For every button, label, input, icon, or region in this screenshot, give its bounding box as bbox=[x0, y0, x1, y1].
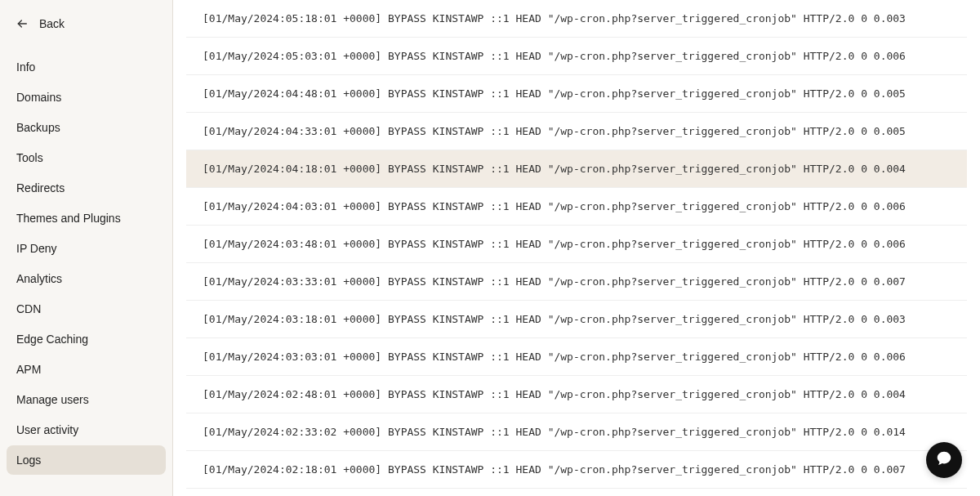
sidebar: Back InfoDomainsBackupsToolsRedirectsThe… bbox=[0, 0, 173, 496]
sidebar-item-domains[interactable]: Domains bbox=[7, 83, 166, 112]
log-row[interactable]: [01/May/2024:04:33:01 +0000] BYPASS KINS… bbox=[186, 113, 967, 150]
chat-widget-button[interactable] bbox=[926, 442, 962, 478]
log-row[interactable]: [01/May/2024:04:18:01 +0000] BYPASS KINS… bbox=[186, 150, 967, 188]
logs-panel: [01/May/2024:05:18:01 +0000] BYPASS KINS… bbox=[173, 0, 980, 496]
nav-list: InfoDomainsBackupsToolsRedirectsThemes a… bbox=[0, 46, 172, 481]
sidebar-item-manage-users[interactable]: Manage users bbox=[7, 385, 166, 414]
log-row[interactable]: [01/May/2024:03:03:01 +0000] BYPASS KINS… bbox=[186, 338, 967, 376]
sidebar-item-tools[interactable]: Tools bbox=[7, 143, 166, 172]
sidebar-item-cdn[interactable]: CDN bbox=[7, 294, 166, 324]
arrow-left-icon bbox=[15, 16, 29, 31]
chat-icon bbox=[935, 449, 953, 471]
sidebar-item-logs[interactable]: Logs bbox=[7, 445, 166, 475]
log-row[interactable]: [01/May/2024:05:18:01 +0000] BYPASS KINS… bbox=[186, 0, 967, 38]
log-row[interactable]: [01/May/2024:03:33:01 +0000] BYPASS KINS… bbox=[186, 263, 967, 301]
sidebar-item-apm[interactable]: APM bbox=[7, 355, 166, 384]
sidebar-item-info[interactable]: Info bbox=[7, 52, 166, 82]
sidebar-item-themes-and-plugins[interactable]: Themes and Plugins bbox=[7, 203, 166, 233]
sidebar-item-ip-deny[interactable]: IP Deny bbox=[7, 234, 166, 263]
log-row[interactable]: [01/May/2024:02:48:01 +0000] BYPASS KINS… bbox=[186, 376, 967, 413]
log-row[interactable]: [01/May/2024:05:03:01 +0000] BYPASS KINS… bbox=[186, 38, 967, 75]
log-row[interactable]: [01/May/2024:03:18:01 +0000] BYPASS KINS… bbox=[186, 301, 967, 338]
sidebar-item-redirects[interactable]: Redirects bbox=[7, 173, 166, 203]
back-button[interactable]: Back bbox=[0, 10, 172, 46]
sidebar-item-backups[interactable]: Backups bbox=[7, 113, 166, 142]
log-row[interactable]: [01/May/2024:02:33:02 +0000] BYPASS KINS… bbox=[186, 413, 967, 451]
log-row[interactable]: [01/May/2024:04:03:01 +0000] BYPASS KINS… bbox=[186, 188, 967, 226]
log-row[interactable]: [01/May/2024:04:48:01 +0000] BYPASS KINS… bbox=[186, 75, 967, 113]
log-row[interactable]: [01/May/2024:02:18:01 +0000] BYPASS KINS… bbox=[186, 451, 967, 489]
back-label: Back bbox=[39, 17, 65, 30]
sidebar-item-user-activity[interactable]: User activity bbox=[7, 415, 166, 445]
sidebar-item-edge-caching[interactable]: Edge Caching bbox=[7, 324, 166, 354]
log-row[interactable]: [01/May/2024:03:48:01 +0000] BYPASS KINS… bbox=[186, 226, 967, 263]
sidebar-item-analytics[interactable]: Analytics bbox=[7, 264, 166, 293]
